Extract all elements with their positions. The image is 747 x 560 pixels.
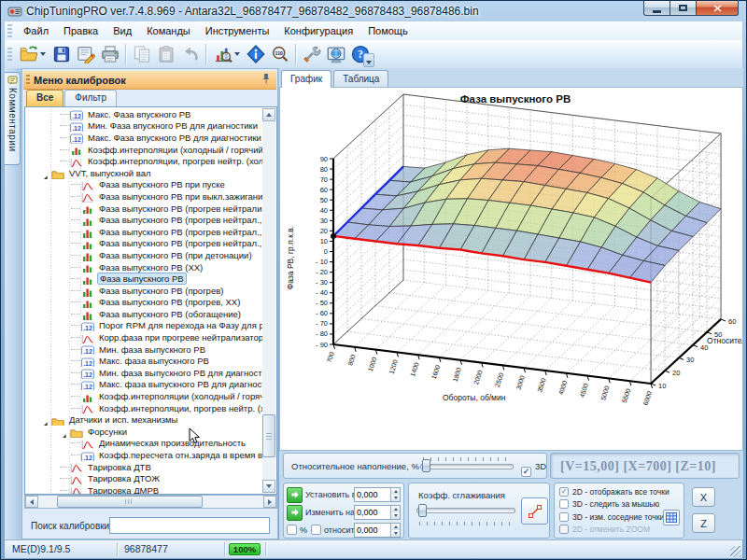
checkbox-3d[interactable]: ✓ — [521, 467, 531, 477]
slider-track[interactable] — [420, 464, 514, 469]
calibration-panel-header[interactable]: Меню калибровок — [23, 71, 276, 90]
set-value-input[interactable] — [355, 488, 390, 501]
change-value-input[interactable] — [355, 506, 390, 519]
paste-button[interactable] — [154, 43, 178, 66]
tree-item-18[interactable]: .12Порог RPM для перехода на Фазу для ре… — [25, 320, 262, 332]
tree-item-19[interactable]: Корр.фаза при прогреве нейтрализатора — [25, 331, 262, 343]
tree-item-17[interactable]: Фаза выпускного РВ (обогащение) — [25, 308, 262, 320]
toolbar-overflow-button[interactable] — [363, 53, 374, 67]
tree-item-6[interactable]: Фаза выпускного РВ при пуске — [25, 179, 262, 191]
undo-button[interactable] — [178, 43, 203, 66]
menu-item-3[interactable]: Команды — [139, 25, 198, 36]
view-tab-1[interactable]: Таблица — [333, 70, 388, 88]
x-axis-button[interactable]: X — [692, 487, 715, 507]
network-button[interactable] — [324, 43, 348, 66]
menu-item-1[interactable]: Правка — [56, 25, 106, 36]
tree-item-21[interactable]: .12Макс. фаза выпускного РВ — [25, 355, 262, 367]
tree-item-30[interactable]: Тарировка ДТВ — [25, 461, 262, 473]
tree-item-11[interactable]: Фаза выпускного РВ (прогрев нейтрал., ХХ… — [25, 238, 262, 250]
spin-up-button[interactable] — [391, 506, 400, 512]
tree-item-27[interactable]: Форсунки — [25, 426, 262, 438]
save-button[interactable] — [49, 43, 74, 66]
surface-chart[interactable]: - 90- 80- 70- 60- 50- 40- 30- 20- 100102… — [280, 88, 742, 450]
slider-thumb[interactable] — [422, 459, 430, 472]
spin-up-button[interactable] — [391, 488, 400, 495]
pin-icon[interactable] — [261, 72, 271, 89]
scroll-up-button[interactable] — [262, 108, 275, 121]
copy-button[interactable] — [130, 43, 154, 66]
load-slider[interactable] — [420, 455, 514, 478]
tree-item-23[interactable]: .12Макс. фаза выпускного РВ для диагност… — [25, 379, 262, 391]
search-input[interactable] — [109, 517, 270, 534]
maximize-button[interactable] — [670, 1, 697, 16]
option-checkbox-3[interactable] — [559, 525, 569, 534]
z-axis-button[interactable]: Z — [692, 513, 715, 533]
tree-item-20[interactable]: .12Мин. фаза выпускного РВ — [25, 343, 262, 356]
scroll-left-button[interactable] — [25, 496, 38, 508]
expand-toggle[interactable] — [60, 427, 69, 436]
expand-toggle[interactable] — [41, 169, 50, 177]
tree-item-22[interactable]: .12Мин. фаза выпускного РВ для диагности… — [25, 367, 262, 379]
expand-toggle[interactable] — [41, 415, 50, 424]
tree-item-15[interactable]: Фаза выпускного РВ (прогрев) — [25, 285, 262, 297]
slider-track[interactable] — [416, 508, 515, 513]
edit-curve-button[interactable] — [521, 497, 548, 525]
zoom-button[interactable]: 110 — [268, 43, 292, 66]
option-checkbox-0[interactable]: ✓ — [559, 487, 569, 497]
smoothing-slider[interactable] — [416, 504, 515, 526]
menu-item-4[interactable]: Инструменты — [198, 25, 277, 36]
open-file-button[interactable] — [16, 43, 49, 66]
resize-grip[interactable] — [730, 546, 741, 557]
menu-item-0[interactable]: Файл — [16, 25, 56, 36]
close-button[interactable] — [697, 1, 739, 16]
calibration-tab-1[interactable]: Фильтр — [64, 90, 117, 106]
dropdown-arrow-icon[interactable] — [40, 52, 46, 56]
calibration-tab-0[interactable]: Все — [26, 90, 63, 106]
save-edit-button[interactable] — [74, 43, 98, 66]
spin-down-button[interactable] — [391, 530, 400, 537]
chart-view-button[interactable] — [210, 43, 244, 66]
scroll-thumb[interactable] — [57, 496, 203, 508]
tree-item-26[interactable]: Датчики и исп. механизмы — [25, 413, 262, 426]
tree-item-9[interactable]: Фаза выпускного РВ (прогрев нейтрал., хо… — [25, 214, 262, 226]
tree-item-3[interactable]: Коэфф.интерполяции (холодный / горячий ) — [25, 144, 262, 156]
tree-item-31[interactable]: Тарировка ДТОЖ — [25, 472, 262, 484]
tree-vertical-scrollbar[interactable] — [262, 108, 275, 493]
scroll-thumb[interactable] — [262, 414, 275, 457]
dropdown-arrow-icon[interactable] — [234, 52, 240, 56]
tree-item-24[interactable]: Коэфф.интерполяции (холодный / горячий ) — [25, 390, 262, 402]
tree-item-10[interactable]: Фаза выпускного РВ (прогрев нейтрал., ХХ… — [25, 226, 262, 238]
set-value-button[interactable] — [287, 487, 303, 503]
tree-item-2[interactable]: .12Макс. Фаза впускного РВ для диагности… — [25, 132, 262, 144]
view-tab-0[interactable]: График — [281, 70, 331, 88]
tree-item-29[interactable]: .12Коэфф.пересчета отн.заряда в время вп… — [25, 449, 262, 461]
tree-item-5[interactable]: VVT, выпускной вал — [25, 167, 262, 179]
tree-item-28[interactable]: Динамическая производительность — [25, 438, 262, 450]
menu-item-5[interactable]: Конфигурация — [276, 25, 360, 36]
scroll-down-button[interactable] — [262, 480, 275, 493]
tree-item-1[interactable]: .12Мин. Фаза впускного РВ для диагностик… — [25, 120, 262, 133]
print-button[interactable] — [98, 43, 122, 66]
tree-item-12[interactable]: Фаза выпускного РВ (при детонации) — [25, 249, 262, 261]
option-checkbox-1[interactable] — [559, 499, 569, 509]
spin-down-button[interactable] — [391, 495, 400, 501]
tree-horizontal-scrollbar[interactable] — [24, 495, 277, 509]
tree-item-7[interactable]: Фаза выпускного РВ при выкл.зажигания — [25, 190, 262, 203]
menu-item-2[interactable]: Вид — [106, 25, 139, 36]
checkbox-relative[interactable] — [311, 525, 321, 535]
slider-thumb[interactable] — [418, 504, 427, 517]
tree-item-14[interactable]: Фаза выпускного РВ — [25, 273, 262, 285]
comments-tab[interactable]: Комментарии — [5, 72, 21, 165]
tree-item-4[interactable]: Коэфф.интерполяции, прогрев нейтр. (холо… — [25, 155, 262, 167]
tree-item-16[interactable]: Фаза выпускного РВ (прогрев, ХХ) — [25, 297, 262, 309]
title-bar[interactable]: ChipTuningPRO ver.7.4.8.969 - Antara32L_… — [1, 1, 746, 21]
tree-item-0[interactable]: .12Макс. Фаза впускного РВ — [25, 108, 262, 120]
spin-down-button[interactable] — [391, 512, 400, 519]
tree-item-8[interactable]: Фаза выпускного РВ (прогрев нейтрализато… — [25, 203, 262, 215]
menu-item-6[interactable]: Помощь — [360, 25, 416, 36]
info-button[interactable] — [244, 43, 268, 66]
tree-item-13[interactable]: Фаза выпускного РВ (ХХ) — [25, 261, 262, 273]
tree-item-32[interactable]: Тарировка ДМРВ — [25, 484, 262, 494]
tree-item-25[interactable]: Коэфф.интерполяции, прогрев нейтр. (холо… — [25, 402, 262, 414]
tools-button[interactable] — [300, 43, 324, 66]
